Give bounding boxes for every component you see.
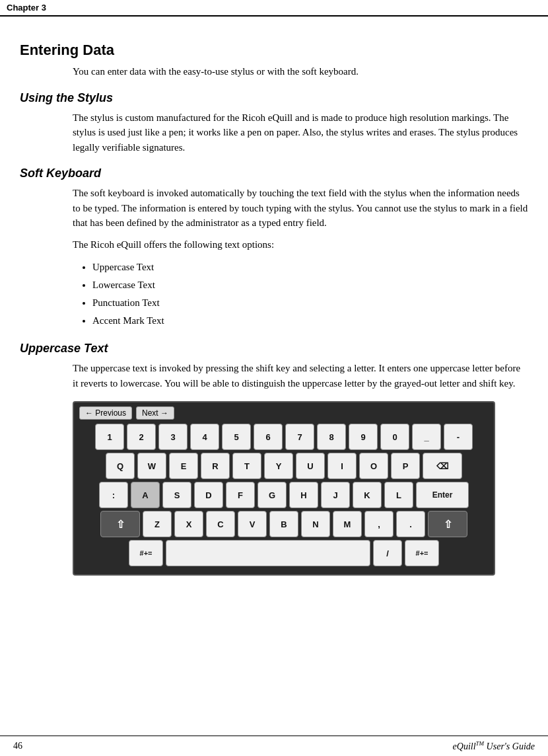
key-v[interactable]: V xyxy=(238,511,267,537)
key-j[interactable]: J xyxy=(321,482,350,508)
uppercase-body: The uppercase text is invoked by pressin… xyxy=(73,361,528,391)
top-bar: Chapter 3 xyxy=(0,0,548,17)
key-3[interactable]: 3 xyxy=(158,424,188,450)
key-t[interactable]: T xyxy=(232,453,261,479)
trademark: TM xyxy=(476,740,485,747)
key-s[interactable]: S xyxy=(162,482,191,508)
key-shift-right[interactable]: ⇧ xyxy=(428,511,467,537)
key-l[interactable]: L xyxy=(384,482,413,508)
key-slash[interactable]: / xyxy=(373,540,402,566)
key-a[interactable]: A xyxy=(131,482,160,508)
key-c[interactable]: C xyxy=(206,511,235,537)
key-r[interactable]: R xyxy=(201,453,230,479)
stylus-body: The stylus is custom manufactured for th… xyxy=(73,110,528,155)
key-2[interactable]: 2 xyxy=(127,424,156,450)
keyboard-row-1: 1 2 3 4 5 6 7 8 9 0 _ - xyxy=(79,424,489,450)
key-symbols-left[interactable]: #+= xyxy=(129,540,163,566)
key-y[interactable]: Y xyxy=(264,453,293,479)
key-q[interactable]: Q xyxy=(106,453,135,479)
key-6[interactable]: 6 xyxy=(254,424,283,450)
keyboard-list-item-3: Accent Mark Text xyxy=(92,312,528,330)
stylus-title: Using the Stylus xyxy=(20,91,528,105)
key-8[interactable]: 8 xyxy=(317,424,346,450)
guide-label: User's Guide xyxy=(487,741,535,751)
key-e[interactable]: E xyxy=(169,453,198,479)
key-u[interactable]: U xyxy=(296,453,325,479)
keyboard-body1: The soft keyboard is invoked automatical… xyxy=(73,186,528,231)
key-k[interactable]: K xyxy=(353,482,382,508)
page-number: 46 xyxy=(13,741,22,751)
next-label: Next → xyxy=(142,408,168,418)
brand-label: eQuillTM User's Guide xyxy=(453,740,535,752)
key-5[interactable]: 5 xyxy=(222,424,251,450)
key-p[interactable]: P xyxy=(391,453,420,479)
chapter-label: Chapter 3 xyxy=(7,3,46,13)
keyboard-row-5: #+= / #+= xyxy=(79,540,489,566)
key-1[interactable]: 1 xyxy=(95,424,124,450)
key-minus[interactable]: - xyxy=(444,424,473,450)
keyboard-list-item-2: Punctuation Text xyxy=(92,294,528,312)
keyboard-row-2: Q W E R T Y U I O P ⌫ xyxy=(79,453,489,479)
keyboard-body2: The Ricoh eQuill offers the following te… xyxy=(73,237,528,252)
key-backspace[interactable]: ⌫ xyxy=(423,453,462,479)
keyboard-list-item-1: Lowercase Text xyxy=(92,276,528,294)
key-0[interactable]: 0 xyxy=(380,424,409,450)
key-enter[interactable]: Enter xyxy=(416,482,469,508)
key-period[interactable]: . xyxy=(396,511,425,537)
key-7[interactable]: 7 xyxy=(285,424,314,450)
keyboard-section-title: Soft Keyboard xyxy=(20,167,528,180)
main-intro: You can enter data with the easy-to-use … xyxy=(73,64,528,79)
key-space[interactable] xyxy=(166,540,370,566)
key-z[interactable]: Z xyxy=(143,511,172,537)
main-title: Entering Data xyxy=(20,42,528,59)
key-colon[interactable]: : xyxy=(99,482,128,508)
keyboard-nav-row: ← Previous Next → xyxy=(79,406,489,420)
key-o[interactable]: O xyxy=(359,453,388,479)
key-comma[interactable]: , xyxy=(364,511,394,537)
main-content: Entering Data You can enter data with th… xyxy=(0,17,548,626)
key-d[interactable]: D xyxy=(194,482,223,508)
brand-name: eQuill xyxy=(453,741,476,751)
key-h[interactable]: H xyxy=(289,482,318,508)
next-button[interactable]: Next → xyxy=(136,406,174,420)
uppercase-title: Uppercase Text xyxy=(20,342,528,356)
key-shift-left[interactable]: ⇧ xyxy=(100,511,140,537)
key-b[interactable]: B xyxy=(269,511,298,537)
key-f[interactable]: F xyxy=(226,482,255,508)
previous-button[interactable]: ← Previous xyxy=(79,406,132,420)
key-9[interactable]: 9 xyxy=(349,424,378,450)
key-underscore[interactable]: _ xyxy=(412,424,441,450)
footer: 46 eQuillTM User's Guide xyxy=(0,736,548,756)
previous-label: ← Previous xyxy=(85,408,126,418)
key-i[interactable]: I xyxy=(327,453,357,479)
key-m[interactable]: M xyxy=(333,511,362,537)
keyboard-row-4: ⇧ Z X C V B N M , . ⇧ xyxy=(79,511,489,537)
key-4[interactable]: 4 xyxy=(190,424,219,450)
keyboard-list: Uppercase TextLowercase TextPunctuation … xyxy=(92,258,528,330)
key-g[interactable]: G xyxy=(257,482,287,508)
key-symbols-right[interactable]: #+= xyxy=(405,540,439,566)
key-x[interactable]: X xyxy=(174,511,203,537)
keyboard-list-item-0: Uppercase Text xyxy=(92,258,528,276)
key-w[interactable]: W xyxy=(137,453,166,479)
keyboard-row-3: : A S D F G H J K L Enter xyxy=(79,482,489,508)
key-n[interactable]: N xyxy=(301,511,330,537)
keyboard-diagram: ← Previous Next → 1 2 3 4 5 6 7 8 9 0 _ … xyxy=(73,401,495,576)
